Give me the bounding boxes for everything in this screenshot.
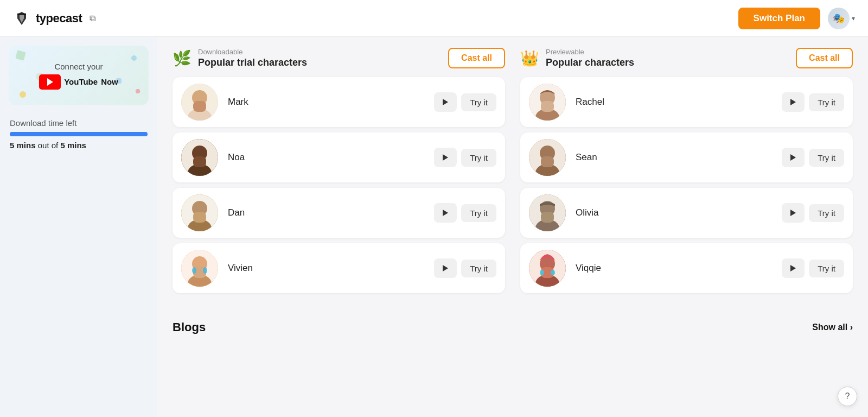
vivien-try-button[interactable]: Try it bbox=[461, 260, 496, 277]
downloadable-title-block: Downloadable Popular trial characters bbox=[198, 48, 307, 68]
table-row: Dan Try it bbox=[173, 188, 505, 238]
download-time-text: 5 mins out of 5 mins bbox=[10, 141, 148, 150]
play-triangle-icon bbox=[790, 99, 796, 105]
svg-rect-8 bbox=[193, 156, 206, 167]
mark-play-button[interactable] bbox=[434, 92, 457, 112]
youtube-banner[interactable]: Connect your YouTube Now bbox=[9, 46, 149, 105]
table-row: Olivia Try it bbox=[520, 188, 853, 238]
header-right: Switch Plan 🎭 ▾ bbox=[738, 8, 855, 29]
download-label: Download time left bbox=[10, 118, 148, 128]
table-row: Viqqie Try it bbox=[520, 243, 853, 293]
table-row: Sean Try it bbox=[520, 132, 853, 182]
vivien-actions: Try it bbox=[434, 258, 496, 278]
help-button[interactable]: ? bbox=[838, 387, 857, 406]
mark-actions: Try it bbox=[434, 92, 496, 112]
yt-logo-area: YouTube Now bbox=[39, 74, 118, 90]
chevron-down-icon: ▾ bbox=[852, 15, 855, 22]
dan-actions: Try it bbox=[434, 203, 496, 223]
logo-text: typecast bbox=[36, 11, 82, 26]
play-triangle-icon bbox=[790, 210, 796, 216]
header: typecast ⧉ Switch Plan 🎭 ▾ bbox=[0, 0, 868, 37]
svg-rect-12 bbox=[193, 212, 206, 223]
progress-bar-fill bbox=[10, 132, 148, 136]
sidebar: Connect your YouTube Now Download time l… bbox=[0, 37, 157, 417]
sean-actions: Try it bbox=[782, 148, 844, 167]
switch-plan-button[interactable]: Switch Plan bbox=[738, 8, 820, 29]
content-area: 🌿 Downloadable Popular trial characters … bbox=[157, 37, 868, 417]
logo-area: typecast ⧉ bbox=[13, 10, 95, 27]
yt-wordmark: YouTube bbox=[64, 77, 98, 86]
olivia-try-button[interactable]: Try it bbox=[809, 204, 844, 222]
play-triangle-icon bbox=[443, 210, 448, 216]
viqqie-play-button[interactable] bbox=[782, 258, 805, 278]
rachel-actions: Try it bbox=[782, 92, 844, 112]
rachel-play-button[interactable] bbox=[782, 92, 805, 112]
show-all-link[interactable]: Show all › bbox=[812, 323, 853, 332]
youtube-logo bbox=[39, 74, 61, 90]
svg-point-35 bbox=[540, 270, 544, 275]
yt-play-triangle bbox=[47, 78, 53, 86]
yt-now-text: Now bbox=[101, 77, 118, 86]
sean-try-button[interactable]: Try it bbox=[809, 149, 844, 167]
noa-name: Noa bbox=[228, 152, 434, 163]
noa-avatar bbox=[181, 139, 218, 176]
dan-name: Dan bbox=[228, 207, 434, 218]
sean-play-button[interactable] bbox=[782, 148, 805, 167]
play-triangle-icon bbox=[443, 154, 448, 161]
download-out-of: out of bbox=[38, 141, 59, 150]
play-triangle-icon bbox=[443, 99, 448, 105]
external-link-icon[interactable]: ⧉ bbox=[90, 14, 95, 23]
previewable-subtitle: Previewable bbox=[546, 48, 634, 56]
previewable-title: Popular characters bbox=[546, 57, 634, 68]
downloadable-section-header: 🌿 Downloadable Popular trial characters … bbox=[173, 48, 505, 68]
table-row: Rachel Try it bbox=[520, 77, 853, 127]
noa-try-button[interactable]: Try it bbox=[461, 149, 496, 167]
svg-rect-26 bbox=[541, 156, 554, 167]
svg-point-17 bbox=[192, 267, 196, 274]
svg-rect-22 bbox=[541, 101, 554, 112]
viqqie-try-button[interactable]: Try it bbox=[809, 260, 844, 277]
downloadable-subtitle: Downloadable bbox=[198, 48, 307, 56]
vivien-name: Vivien bbox=[228, 263, 434, 274]
olivia-name: Olivia bbox=[576, 207, 782, 218]
viqqie-name: Viqqie bbox=[576, 263, 782, 274]
avatar: 🎭 bbox=[828, 8, 850, 29]
characters-two-col: 🌿 Downloadable Popular trial characters … bbox=[173, 48, 853, 299]
previewable-section-header: 👑 Previewable Popular characters Cast al… bbox=[520, 48, 853, 68]
user-avatar-wrapper[interactable]: 🎭 ▾ bbox=[828, 8, 855, 29]
blogs-footer: Blogs Show all › bbox=[173, 316, 853, 339]
viqqie-avatar bbox=[529, 250, 566, 287]
rachel-avatar bbox=[529, 84, 566, 121]
previewable-section: 👑 Previewable Popular characters Cast al… bbox=[520, 48, 853, 299]
rachel-try-button[interactable]: Try it bbox=[809, 93, 844, 111]
dan-avatar bbox=[181, 194, 218, 231]
play-triangle-icon bbox=[790, 154, 796, 161]
blogs-title: Blogs bbox=[173, 320, 206, 334]
mark-try-button[interactable]: Try it bbox=[461, 93, 496, 111]
play-triangle-icon bbox=[790, 265, 796, 271]
svg-rect-30 bbox=[541, 212, 554, 223]
dan-try-button[interactable]: Try it bbox=[461, 204, 496, 222]
previewable-icon: 👑 bbox=[520, 49, 539, 67]
olivia-actions: Try it bbox=[782, 203, 844, 223]
noa-play-button[interactable] bbox=[434, 148, 457, 167]
downloadable-cast-all-button[interactable]: Cast all bbox=[448, 48, 505, 68]
mark-name: Mark bbox=[228, 97, 434, 108]
previewable-cast-all-button[interactable]: Cast all bbox=[796, 48, 853, 68]
olivia-avatar bbox=[529, 194, 566, 231]
table-row: Vivien Try it bbox=[173, 243, 505, 293]
table-row: Noa Try it bbox=[173, 132, 505, 182]
sean-name: Sean bbox=[576, 152, 782, 163]
dan-play-button[interactable] bbox=[434, 203, 457, 223]
olivia-play-button[interactable] bbox=[782, 203, 805, 223]
previewable-title-group: 👑 Previewable Popular characters bbox=[520, 48, 634, 68]
viqqie-actions: Try it bbox=[782, 258, 844, 278]
typecast-logo-icon bbox=[13, 10, 30, 27]
yt-connect-text: Connect your bbox=[54, 62, 103, 71]
downloadable-title-group: 🌿 Downloadable Popular trial characters bbox=[173, 48, 307, 68]
previewable-title-block: Previewable Popular characters bbox=[546, 48, 634, 68]
svg-rect-4 bbox=[193, 101, 206, 112]
svg-point-36 bbox=[551, 270, 555, 275]
vivien-play-button[interactable] bbox=[434, 258, 457, 278]
downloadable-icon: 🌿 bbox=[173, 49, 192, 67]
